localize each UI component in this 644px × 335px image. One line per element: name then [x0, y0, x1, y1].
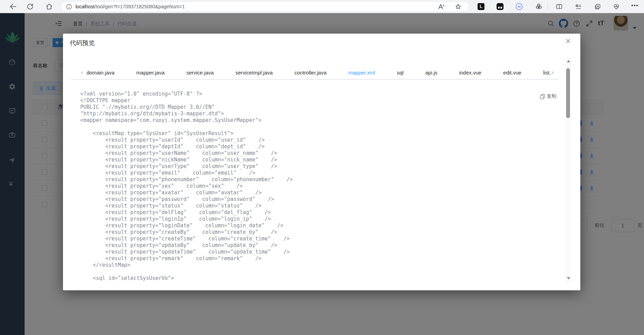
back-icon[interactable] [9, 2, 17, 11]
scrollbar-thumb[interactable] [566, 68, 570, 118]
tabs-prev-icon[interactable]: ‹ [81, 69, 83, 75]
more-icon[interactable]: ••• [631, 2, 638, 9]
url-host: localhost [75, 4, 94, 9]
home-icon[interactable] [45, 3, 53, 10]
ai-ext-icon[interactable]: Ai [516, 3, 523, 10]
close-icon[interactable]: × [565, 36, 571, 45]
tabs-divider [71, 79, 559, 80]
code-content: <?xml version="1.0" encoding="UTF-8" ?> … [80, 91, 537, 282]
tab-domain-java[interactable]: domain.java [87, 66, 115, 80]
clover-ext-icon[interactable] [535, 3, 543, 10]
languagetool-ext-icon[interactable]: L [478, 3, 484, 10]
tab-controller-java[interactable]: controller.java [294, 66, 327, 80]
tab-index-vue[interactable]: index.vue [459, 66, 481, 80]
url-text: localhost/tool/gen?t=1709371825080&pageN… [75, 4, 185, 9]
tabs-next-icon[interactable]: › [552, 69, 554, 75]
scroll-up-icon[interactable] [567, 60, 570, 62]
tab-serviceimpl-java[interactable]: serviceImpl.java [236, 66, 273, 80]
url-path: /tool/gen?t=1709371825080&pageNum=1 [94, 4, 185, 9]
tab-api-js[interactable]: api.js [425, 66, 437, 80]
copy-button[interactable]: 复制 [540, 93, 556, 99]
favorite-star-icon[interactable] [455, 3, 462, 10]
browser-toolbar: localhost/tool/gen?t=1709371825080&pageN… [0, 0, 644, 13]
tab-list-vue[interactable]: list. [543, 66, 551, 80]
info-icon[interactable] [66, 4, 72, 10]
tab-mapper-xml[interactable]: mapper.xml [348, 66, 375, 80]
dialog-scrollbar[interactable] [565, 57, 571, 282]
scroll-down-icon[interactable] [567, 277, 570, 280]
favorites-bar-icon[interactable] [575, 3, 582, 10]
dots-ext-icon[interactable] [497, 3, 504, 10]
tab-mapper-java[interactable]: mapper.java [136, 66, 165, 80]
tab-sql[interactable]: sql [397, 66, 403, 80]
refresh-icon[interactable] [26, 3, 34, 10]
split-screen-icon[interactable] [556, 3, 563, 10]
file-tabs: domain.java mapper.java service.java ser… [87, 66, 551, 80]
dialog-title: 代码预览 [70, 39, 95, 47]
address-bar[interactable]: localhost/tool/gen?t=1709371825080&pageN… [61, 1, 469, 12]
copy-icon [540, 94, 545, 99]
screen: localhost/tool/gen?t=1709371825080&pageN… [0, 0, 644, 335]
read-aloud-icon[interactable] [437, 3, 445, 10]
tab-edit-vue[interactable]: edit.vue [503, 66, 521, 80]
browser-essentials-icon[interactable] [613, 3, 620, 10]
toolbar-divider [547, 4, 548, 9]
code-preview-dialog: 代码预览 × ‹ domain.java mapper.java service… [63, 34, 580, 290]
collections-icon[interactable] [594, 3, 601, 10]
tab-service-java[interactable]: service.java [186, 66, 214, 80]
